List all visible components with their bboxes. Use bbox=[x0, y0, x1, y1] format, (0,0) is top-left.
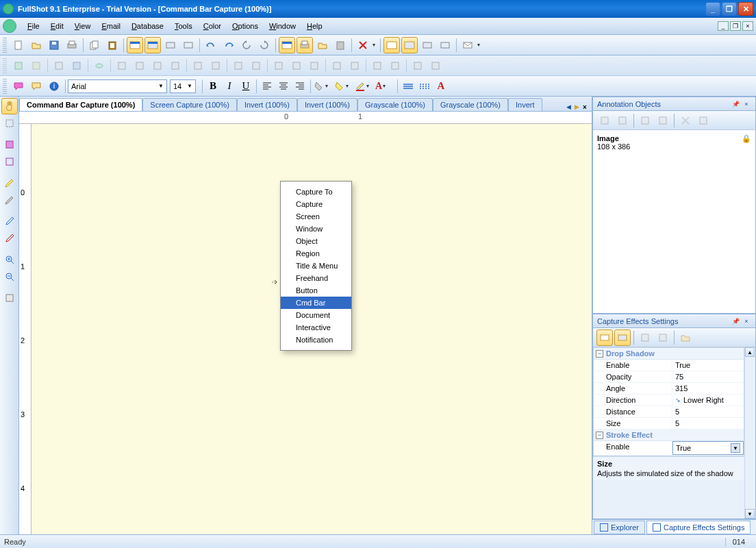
toolbar-grip-2[interactable] bbox=[3, 58, 7, 73]
property-value[interactable]: True▼ bbox=[672, 441, 744, 455]
property-value[interactable]: 5 bbox=[672, 406, 744, 417]
pin-icon[interactable]: 📌 bbox=[731, 316, 740, 326]
db-btn-4[interactable] bbox=[68, 58, 85, 74]
font-select[interactable]: Arial ▼ bbox=[68, 79, 167, 93]
property-category-drop-shadow[interactable]: − Drop Shadow bbox=[594, 348, 744, 360]
db-btn-14[interactable] bbox=[270, 58, 287, 74]
property-row[interactable]: Direction↘Lower Right bbox=[594, 395, 744, 406]
scroll-down-button[interactable]: ▼ bbox=[745, 509, 755, 519]
toolbar-grip[interactable] bbox=[3, 38, 7, 53]
copy-button[interactable] bbox=[86, 37, 103, 53]
underline-button[interactable]: U bbox=[238, 79, 253, 94]
property-value[interactable]: ↘Lower Right bbox=[672, 395, 744, 406]
annotation-callout-button[interactable] bbox=[28, 78, 45, 95]
property-row[interactable]: Distance5 bbox=[594, 406, 744, 418]
brush-tool-button[interactable] bbox=[1, 192, 18, 208]
db-btn-13[interactable] bbox=[248, 58, 264, 74]
minimize-button[interactable]: _ bbox=[705, 2, 720, 16]
email-button[interactable] bbox=[459, 37, 476, 53]
misc-tool-button[interactable] bbox=[1, 290, 18, 306]
open-button[interactable] bbox=[28, 37, 45, 53]
property-category-stroke-effect[interactable]: − Stroke Effect bbox=[594, 429, 744, 441]
pin-icon[interactable]: 📌 bbox=[731, 99, 740, 109]
font-size-select[interactable]: 14 ▼ bbox=[170, 79, 196, 93]
crop-tool-button[interactable] bbox=[1, 136, 18, 153]
property-row[interactable]: EnableTrue bbox=[594, 360, 744, 371]
undo-button[interactable] bbox=[203, 37, 219, 53]
property-value[interactable]: 315 bbox=[672, 383, 744, 394]
anno-btn-5[interactable] bbox=[677, 112, 694, 129]
close-panel-button[interactable]: × bbox=[742, 316, 751, 326]
capture-mode-1-button[interactable] bbox=[127, 37, 143, 53]
view-mode-1-button[interactable] bbox=[383, 37, 400, 53]
eyedropper-tool-button[interactable] bbox=[1, 213, 18, 229]
print-button[interactable] bbox=[64, 37, 80, 53]
highlight-color-button[interactable]: ▾ bbox=[334, 79, 353, 94]
db-btn-22[interactable] bbox=[427, 58, 444, 74]
document-tab[interactable]: Grayscale (100%) bbox=[357, 98, 433, 111]
line-style-1-button[interactable] bbox=[401, 79, 416, 94]
db-btn-11[interactable] bbox=[207, 58, 224, 74]
fill-color-button[interactable]: ▾ bbox=[314, 79, 333, 94]
select-tool-button[interactable] bbox=[1, 115, 18, 132]
toolbar-grip-3[interactable] bbox=[3, 79, 7, 94]
db-btn-9[interactable] bbox=[167, 58, 184, 74]
annotation-balloon-button[interactable] bbox=[10, 78, 27, 95]
maximize-button[interactable]: ❐ bbox=[722, 2, 737, 16]
menu-view[interactable]: View bbox=[69, 20, 97, 32]
db-btn-5[interactable] bbox=[91, 58, 108, 74]
side-tab-explorer[interactable]: Explorer bbox=[594, 521, 645, 534]
zoom-out-button[interactable] bbox=[1, 269, 18, 285]
align-right-button[interactable] bbox=[292, 79, 307, 94]
italic-button[interactable]: I bbox=[222, 79, 237, 94]
property-row[interactable]: Size5 bbox=[594, 418, 744, 429]
tab-close-button[interactable]: × bbox=[581, 103, 589, 111]
save-button[interactable] bbox=[46, 37, 62, 53]
db-btn-15[interactable] bbox=[288, 58, 305, 74]
app-menu-icon[interactable] bbox=[3, 19, 16, 33]
close-panel-button[interactable]: × bbox=[742, 99, 751, 109]
anno-btn-3[interactable] bbox=[637, 112, 653, 129]
menu-tools[interactable]: Tools bbox=[169, 20, 198, 32]
db-btn-20[interactable] bbox=[387, 58, 403, 74]
tab-scroll-left-button[interactable]: ◀ bbox=[564, 103, 572, 111]
db-btn-19[interactable] bbox=[369, 58, 386, 74]
effects-btn-3[interactable] bbox=[637, 329, 653, 346]
db-btn-2[interactable] bbox=[28, 58, 45, 74]
document-tab[interactable]: Invert (100%) bbox=[237, 98, 297, 111]
rotate-right-button[interactable] bbox=[256, 37, 273, 53]
capture-mode-3-button[interactable] bbox=[162, 37, 179, 53]
property-row[interactable]: Opacity75 bbox=[594, 371, 744, 383]
destination-folder-button[interactable] bbox=[314, 37, 331, 53]
db-btn-16[interactable] bbox=[306, 58, 323, 74]
anno-btn-6[interactable] bbox=[695, 112, 711, 129]
close-button[interactable]: ✕ bbox=[738, 2, 753, 16]
view-mode-4-button[interactable] bbox=[437, 37, 453, 53]
delete-dropdown-arrow[interactable]: ▾ bbox=[373, 42, 378, 48]
side-tab-capture-effects-settings[interactable]: Capture Effects Settings bbox=[646, 521, 751, 534]
document-tab[interactable]: Grayscale (100%) bbox=[433, 98, 508, 111]
align-center-button[interactable] bbox=[276, 79, 291, 94]
line-color-button[interactable]: ▾ bbox=[355, 79, 374, 94]
dropdown-arrow-icon[interactable]: ▼ bbox=[731, 443, 740, 453]
shape-tool-button[interactable] bbox=[1, 153, 18, 170]
document-tab[interactable]: Command Bar Capture (100%) bbox=[19, 98, 142, 111]
capture-mode-2-button[interactable] bbox=[144, 37, 161, 53]
property-value[interactable]: 5 bbox=[672, 418, 744, 429]
db-btn-21[interactable] bbox=[410, 58, 426, 74]
line-style-2-button[interactable] bbox=[417, 79, 432, 94]
db-btn-6[interactable] bbox=[114, 58, 130, 74]
property-row[interactable]: EnableTrue▼ bbox=[594, 441, 744, 456]
menu-edit[interactable]: Edit bbox=[45, 20, 69, 32]
mdi-close-button[interactable]: × bbox=[742, 21, 753, 31]
anno-btn-2[interactable] bbox=[614, 112, 631, 129]
align-left-button[interactable] bbox=[260, 79, 275, 94]
db-btn-17[interactable] bbox=[329, 58, 345, 74]
db-btn-1[interactable] bbox=[10, 58, 27, 74]
document-tab[interactable]: Screen Capture (100%) bbox=[142, 98, 237, 111]
db-btn-10[interactable] bbox=[190, 58, 206, 74]
collapse-toggle-icon[interactable]: − bbox=[596, 350, 603, 358]
pencil-tool-button[interactable] bbox=[1, 175, 18, 191]
db-btn-18[interactable] bbox=[346, 58, 363, 74]
menu-help[interactable]: Help bbox=[301, 20, 328, 32]
